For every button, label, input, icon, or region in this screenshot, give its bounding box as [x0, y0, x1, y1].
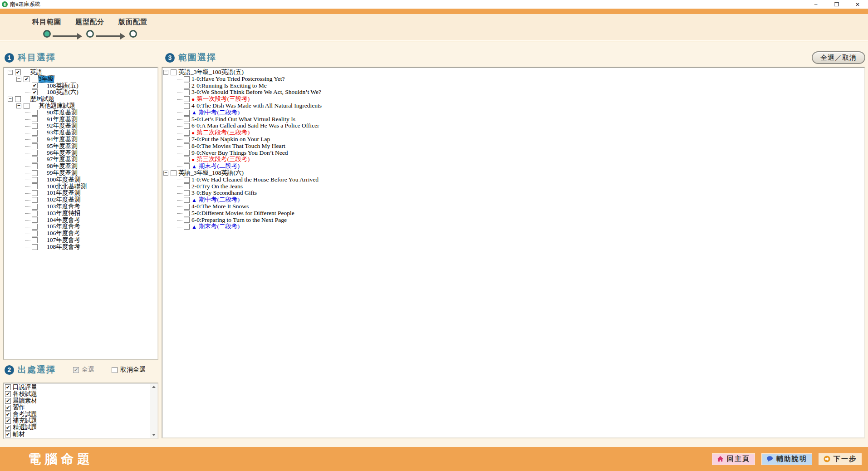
tree-item[interactable]: 92年度基測: [4, 123, 157, 129]
source-item-checkbox[interactable]: ✔: [5, 384, 11, 390]
tree-item-checkbox[interactable]: [184, 137, 190, 142]
tree-item-label[interactable]: 9-0:Never Buy Things You Don’t Need: [191, 150, 288, 157]
tree-item[interactable]: 103年度會考: [4, 203, 157, 210]
tree-item[interactable]: 100年度基測: [4, 177, 157, 183]
source-item-checkbox[interactable]: ✔: [5, 425, 11, 431]
tree-item-checkbox[interactable]: [32, 110, 38, 116]
tree-item-checkbox[interactable]: [32, 217, 38, 223]
tree-item-label[interactable]: 5-0:Different Movies for Different Peopl…: [191, 210, 294, 217]
tree-item-label[interactable]: 93年度基測: [47, 129, 78, 136]
tree-item-checkbox[interactable]: [184, 150, 190, 156]
tree-item-checkbox[interactable]: [32, 116, 38, 122]
tree-item-checkbox[interactable]: [171, 69, 177, 75]
tree-item-checkbox[interactable]: [32, 224, 38, 230]
tree-item[interactable]: ●第二次段考(三段考): [162, 129, 864, 136]
tree-item-checkbox[interactable]: [184, 130, 190, 136]
source-item-checkbox[interactable]: ✔: [5, 412, 11, 417]
tree-item-checkbox[interactable]: [32, 197, 38, 203]
tree-item[interactable]: 107年度會考: [4, 237, 157, 244]
tree-item-label[interactable]: 100年度基測: [47, 177, 80, 183]
tree-item-checkbox[interactable]: [32, 163, 38, 169]
deselect-all-checkbox[interactable]: 取消全選: [112, 366, 146, 374]
tree-item-label[interactable]: 4-0:The More It Snows: [191, 203, 249, 210]
tree-item[interactable]: ▲期中考(二段考): [162, 196, 864, 203]
next-step-button[interactable]: 下一步: [819, 453, 862, 465]
tree-item-label[interactable]: 英語: [30, 69, 42, 76]
tree-item-checkbox[interactable]: [32, 183, 38, 189]
tree-item-checkbox[interactable]: [184, 157, 190, 162]
tree-item-label[interactable]: 100北北基聯測: [47, 183, 87, 190]
tree-item[interactable]: ●第三次段考(三段考): [162, 156, 864, 163]
tree-item-checkbox[interactable]: [184, 197, 190, 203]
tree-item-label[interactable]: 其他題庫試題: [39, 103, 75, 109]
tree-item-label[interactable]: 4-0:The Dish Was Made with All Natural I…: [191, 103, 322, 109]
tree-item-label[interactable]: 期末考(二段考): [199, 223, 240, 230]
tree-item-checkbox[interactable]: [184, 211, 190, 216]
scroll-up-icon[interactable]: [152, 386, 156, 388]
tree-item-checkbox[interactable]: ✔: [32, 83, 38, 88]
tree-item[interactable]: ▲期末考(二段考): [162, 223, 864, 230]
tree-item-label[interactable]: 第三次段考(三段考): [196, 156, 250, 163]
home-button[interactable]: 回主頁: [712, 453, 755, 465]
tree-item-label[interactable]: 107年度會考: [47, 237, 80, 244]
source-list-item[interactable]: ✔口說評量: [5, 384, 149, 391]
tree-item[interactable]: −其他題庫試題: [4, 103, 157, 109]
tree-item-checkbox[interactable]: [32, 244, 38, 250]
tree-item[interactable]: 6-0:A Man Called and Said He Was a Polic…: [162, 123, 864, 129]
tree-item-checkbox[interactable]: [184, 83, 190, 88]
source-list-item[interactable]: ✔會考試題: [5, 411, 149, 418]
tree-item[interactable]: −✔英語: [4, 69, 157, 76]
tree-item-checkbox[interactable]: [184, 204, 190, 210]
step-question-allocation[interactable]: 題型配分: [68, 18, 112, 38]
tree-item-label[interactable]: 3年級: [39, 76, 54, 83]
tree-item-label[interactable]: 6-0:A Man Called and Said He Was a Polic…: [191, 123, 319, 129]
step-layout-config[interactable]: 版面配置: [111, 18, 155, 38]
tree-item[interactable]: 1-0:We Had Cleaned the House Before You …: [162, 177, 864, 183]
tree-item[interactable]: ●第一次段考(三段考): [162, 96, 864, 103]
source-list-item[interactable]: ✔補充試題: [5, 417, 149, 424]
scrollbar[interactable]: [150, 384, 157, 438]
source-item-checkbox[interactable]: ✔: [5, 398, 11, 404]
tree-item-checkbox[interactable]: ✔: [15, 69, 21, 75]
tree-item-label[interactable]: 90年度基測: [47, 109, 78, 116]
tree-item-checkbox[interactable]: ✔: [24, 76, 29, 82]
tree-item[interactable]: ✔108英語(五): [4, 83, 157, 89]
tree-item-label[interactable]: 91年度基測: [47, 116, 78, 123]
tree-item-label[interactable]: 英語_3年級_108英語(六): [178, 170, 244, 177]
tree-item[interactable]: 106年度會考: [4, 230, 157, 237]
tree-item-checkbox[interactable]: [32, 211, 38, 216]
scroll-down-icon[interactable]: [152, 434, 156, 436]
tree-item[interactable]: ✔108英語(六): [4, 89, 157, 96]
source-item-checkbox[interactable]: ✔: [5, 418, 11, 424]
tree-item-checkbox[interactable]: [32, 204, 38, 210]
tree-item[interactable]: ▲期中考(二段考): [162, 109, 864, 116]
select-all-checkbox[interactable]: ✔ 全選: [73, 366, 94, 374]
tree-item-label[interactable]: 105年度會考: [47, 223, 80, 230]
tree-item[interactable]: 98年度基測: [4, 163, 157, 170]
tree-item-checkbox[interactable]: [171, 170, 177, 176]
expand-collapse-icon[interactable]: −: [163, 171, 168, 176]
source-item-checkbox[interactable]: ✔: [5, 391, 11, 397]
tree-item-label[interactable]: 103年度特招: [47, 210, 80, 217]
tree-item-label[interactable]: 3-0:We Should Think Before We Act, Shoul…: [191, 89, 321, 96]
expand-collapse-icon[interactable]: −: [8, 97, 13, 102]
tree-item-label[interactable]: 7-0:Put the Napkin on Your Lap: [191, 136, 270, 143]
tree-item-label[interactable]: 5-0:Let’s Find Out What Virtual Reality …: [191, 116, 295, 123]
tree-item-label[interactable]: 2-0:Try On the Jeans: [191, 183, 243, 190]
source-list-item[interactable]: ✔精選試題: [5, 424, 149, 431]
tree-item[interactable]: −英語_3年級_108英語(五): [162, 69, 864, 76]
tree-item-label[interactable]: 104年度會考: [47, 217, 80, 224]
tree-item-label[interactable]: 第二次段考(三段考): [196, 129, 250, 136]
tree-item-label[interactable]: 103年度會考: [47, 203, 80, 210]
tree-item-checkbox[interactable]: [184, 76, 190, 82]
tree-item-checkbox[interactable]: [184, 177, 190, 183]
tree-item[interactable]: 93年度基測: [4, 129, 157, 136]
tree-item-label[interactable]: 期中考(二段考): [199, 196, 240, 203]
tree-item-checkbox[interactable]: [184, 110, 190, 116]
tree-item-checkbox[interactable]: [32, 143, 38, 149]
tree-item-label[interactable]: 8-0:The Movies That Touch My Heart: [191, 143, 285, 150]
tree-item-label[interactable]: 102年度基測: [47, 196, 80, 203]
tree-item-label[interactable]: 92年度基測: [47, 123, 78, 129]
tree-item-label[interactable]: 106年度會考: [47, 230, 80, 237]
tree-item-checkbox[interactable]: [32, 150, 38, 156]
